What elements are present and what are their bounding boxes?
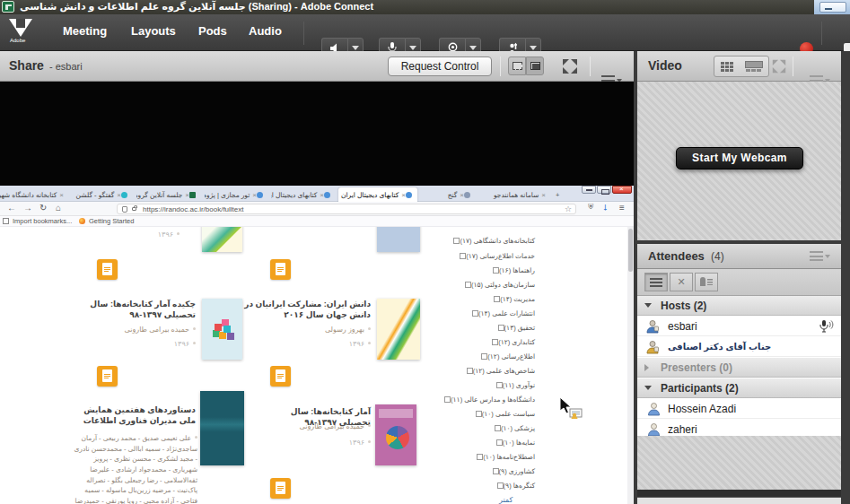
tab-close-icon[interactable]: × <box>460 191 464 199</box>
back-icon[interactable]: ← <box>7 203 16 213</box>
checkbox-icon[interactable] <box>493 468 499 474</box>
book-cover[interactable] <box>375 404 416 465</box>
pdf-download-button[interactable] <box>97 259 118 280</box>
book-author[interactable]: حمیده بیرامی طارونی <box>97 326 196 334</box>
minimize-button[interactable] <box>819 2 846 13</box>
browser-scrollbar[interactable] <box>627 227 634 504</box>
attendee-row[interactable]: جناب آقای دکتر اصنافی <box>637 337 841 357</box>
browser-tab[interactable]: × گفتگو - گلشن <box>70 187 133 202</box>
book-title[interactable]: چکیده آمار کتابخانه‌ها: سال تحصیلی ۱۳۹۷-… <box>70 299 196 320</box>
protections-shield-icon[interactable]: ⛨ <box>588 203 593 212</box>
bookmark-star-icon[interactable]: ☆ <box>565 204 572 213</box>
filter-item[interactable]: خدمات اطلاع‌رسانی (۱۷) <box>436 252 535 260</box>
checkbox-icon[interactable] <box>495 425 501 431</box>
browser-tab[interactable]: × تور مجازی | پژوهشگاه <box>205 187 268 202</box>
book-title[interactable]: دانش ایران: مشارکت ایرانیان در دانش جهان… <box>241 299 371 320</box>
attendee-row[interactable]: Hossein Azadi <box>637 399 841 419</box>
request-control-button[interactable]: Request Control <box>388 56 492 76</box>
filter-item[interactable]: کتابداری (۱۲) <box>436 338 535 346</box>
attendee-status-view-button[interactable] <box>695 273 718 291</box>
filter-item[interactable]: پزشکی (۱۰) <box>436 424 535 432</box>
address-bar[interactable]: https://irandoc.ac.ir/book/fulltext ☆ <box>117 204 576 214</box>
new-tab-button[interactable]: + <box>553 187 565 202</box>
browser-close-button[interactable] <box>612 186 632 194</box>
download-icon[interactable]: ⭣ <box>603 203 608 213</box>
permissions-icon[interactable] <box>122 206 127 213</box>
checkbox-icon[interactable] <box>472 310 478 317</box>
app-menu-icon[interactable]: ≡ <box>619 203 625 213</box>
tab-close-icon[interactable]: × <box>59 191 64 199</box>
book-author[interactable]: حمیده بیرامی طارونی <box>276 422 371 430</box>
browser-tab[interactable]: × سامانه همانندجو <box>478 187 548 202</box>
tab-close-icon[interactable]: × <box>320 191 324 199</box>
start-webcam-button[interactable]: Start My Webcam <box>676 147 803 169</box>
checkbox-icon[interactable] <box>467 368 473 374</box>
active-mic-icon[interactable] <box>818 319 834 334</box>
tab-close-icon[interactable]: × <box>541 191 546 199</box>
hosts-group-header[interactable]: Hosts (2) <box>637 296 841 316</box>
checkbox-icon[interactable] <box>465 282 471 288</box>
filter-item[interactable]: مدیریت (۱۴) <box>436 295 535 303</box>
book-cover[interactable] <box>200 391 244 465</box>
book-title[interactable]: دستاوردهای هفتمین همایش ملی مدیران فناور… <box>72 404 196 426</box>
pdf-download-button[interactable] <box>270 259 291 280</box>
tab-close-icon[interactable]: × <box>401 191 406 199</box>
pdf-download-button[interactable] <box>270 478 291 499</box>
book-author-list[interactable]: علی نعیمی صدیق - محمد ربیعی - آرمان ساجد… <box>70 433 197 504</box>
attendees-pod-menu-icon[interactable] <box>810 251 823 261</box>
book-cover[interactable] <box>377 227 420 252</box>
fullscreen-button[interactable] <box>563 59 577 74</box>
filter-item[interactable]: راهنماها (۱۶) <box>436 266 535 274</box>
tab-close-icon[interactable]: × <box>117 191 121 199</box>
filter-item[interactable]: سیاست علمی (۱۰) <box>436 410 535 418</box>
browser-tab[interactable]: × جلسه آنلاین گروه علم <box>136 187 201 202</box>
filter-item[interactable]: انتشارات علمی (۱۴) <box>436 309 535 317</box>
checkbox-icon[interactable] <box>444 396 451 403</box>
book-cover[interactable] <box>377 299 420 360</box>
tab-close-icon[interactable]: × <box>185 191 189 199</box>
video-fullscreen-button[interactable] <box>773 60 785 73</box>
filter-item[interactable]: اصطلاح‌نامه‌ها (۱۰) <box>436 453 535 461</box>
filter-item[interactable]: دانشگاه‌ها و مدارس عالی (۱۱) <box>436 395 535 404</box>
pdf-download-button[interactable] <box>270 366 291 387</box>
filter-item[interactable]: سازمان‌های دولتی (۱۵) <box>436 281 535 289</box>
book-cover[interactable] <box>202 299 242 360</box>
filter-item[interactable]: اطلاع‌رسانی (۱۲) <box>436 352 535 361</box>
attendee-row[interactable]: esbari <box>637 317 841 336</box>
presenters-group-header[interactable]: Presenters (0) <box>637 358 841 378</box>
show-less-link[interactable]: کمتر <box>499 496 513 504</box>
home-icon[interactable]: ⌂ <box>56 203 61 213</box>
filter-item[interactable]: شاخص‌های علمی (۱۲) <box>436 367 535 375</box>
checkbox-icon[interactable] <box>496 382 503 388</box>
browser-minimize-button[interactable] <box>582 186 596 194</box>
checkbox-icon[interactable] <box>496 439 503 446</box>
filter-item[interactable]: کنگره‌ها (۹) <box>436 482 535 490</box>
scrollbar-thumb[interactable] <box>628 229 633 272</box>
filter-item[interactable]: نوآوری (۱۱) <box>436 381 535 389</box>
view-fit-screen-button[interactable] <box>526 56 544 75</box>
browser-tab-active[interactable]: × کتابهای دیجیتال ایران <box>338 187 417 202</box>
filter-item[interactable]: کشاورزی (۹) <box>436 467 535 475</box>
book-author[interactable]: بهروز رسولی <box>281 326 371 334</box>
pdf-download-button[interactable] <box>97 366 118 387</box>
book-cover[interactable] <box>202 227 242 252</box>
browser-tab[interactable]: × کتابهای دیجیتال ایران <box>271 187 336 202</box>
filter-item[interactable]: تحقیق (۱۳) <box>436 324 535 332</box>
filter-item[interactable]: نمایه‌ها (۱۰) <box>436 439 535 447</box>
url-text[interactable]: https://irandoc.ac.ir/book/fulltext <box>143 205 244 213</box>
checkbox-icon[interactable] <box>498 325 504 331</box>
view-original-size-button[interactable] <box>508 56 526 75</box>
checkbox-icon[interactable] <box>497 482 504 489</box>
bookmark-getting-started[interactable]: Getting Started <box>89 217 134 225</box>
forward-icon[interactable]: → <box>23 203 32 213</box>
breakout-view-button[interactable]: ✕ <box>670 273 693 291</box>
participants-group-header[interactable]: Participants (2) <box>637 378 841 398</box>
filter-item[interactable]: کتابخانه‌های دانشگاهی (۱۷) <box>436 237 535 245</box>
menu-audio[interactable]: Audio <box>249 24 282 38</box>
reload-icon[interactable]: ↻ <box>39 203 47 213</box>
browser-tab[interactable]: × گنج <box>420 187 476 202</box>
browser-tab[interactable]: × کتابخانه دانشگاه شهید بهشتی <box>0 187 66 202</box>
menu-meeting[interactable]: Meeting <box>63 24 107 38</box>
bookmark-import[interactable]: Import bookmarks... <box>13 217 72 225</box>
menu-layouts[interactable]: Layouts <box>131 24 176 38</box>
